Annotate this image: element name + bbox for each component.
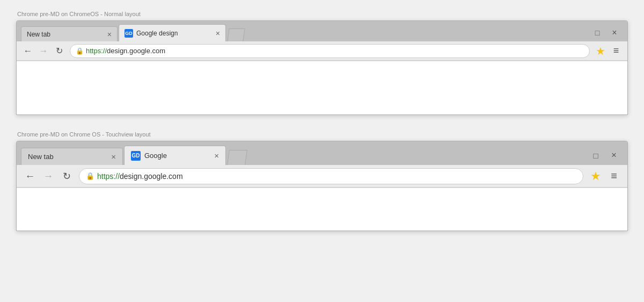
star-btn-normal[interactable]: ★ bbox=[594, 44, 608, 58]
url-https-normal: https:// bbox=[86, 47, 107, 55]
url-https-touch: https:// bbox=[97, 172, 120, 181]
back-btn-touch[interactable]: ← bbox=[22, 168, 38, 184]
tab-bar-touch: New tab × GD Google × □ × bbox=[17, 141, 627, 165]
browser-window-touch: New tab × GD Google × □ × ← → ↻ 🔒 https:… bbox=[16, 141, 628, 231]
tab-bar-normal: New tab × GD Google design × □ × bbox=[17, 21, 627, 41]
tab1-close-normal[interactable]: × bbox=[107, 31, 112, 38]
new-tab-btn-normal[interactable] bbox=[227, 28, 245, 41]
omnibox-touch[interactable]: 🔒 https://design.google.com bbox=[79, 168, 583, 184]
lock-icon-normal: 🔒 bbox=[76, 47, 84, 55]
url-domain-touch: design.google.com bbox=[120, 172, 183, 181]
tab2-close-normal[interactable]: × bbox=[216, 29, 220, 38]
tab-newtab-touch[interactable]: New tab × bbox=[21, 148, 123, 165]
tab2-close-touch[interactable]: × bbox=[214, 151, 219, 160]
url-domain-normal: design.google.com bbox=[107, 47, 165, 55]
reload-btn-normal[interactable]: ↻ bbox=[52, 44, 66, 58]
window-controls-normal: □ × bbox=[589, 25, 623, 41]
new-tab-btn-touch[interactable] bbox=[227, 150, 247, 165]
reload-btn-touch[interactable]: ↻ bbox=[58, 168, 75, 184]
tab2-favicon-normal: GD bbox=[125, 29, 133, 38]
tab1-label-normal: New tab bbox=[27, 31, 104, 38]
toolbar-normal: ← → ↻ 🔒 https://design.google.com ★ ≡ bbox=[17, 41, 627, 61]
tab-google-touch[interactable]: GD Google × bbox=[124, 146, 226, 165]
menu-btn-normal[interactable]: ≡ bbox=[609, 44, 623, 58]
lock-icon-touch: 🔒 bbox=[86, 172, 94, 180]
tab2-label-touch: Google bbox=[144, 152, 210, 160]
menu-btn-touch[interactable]: ≡ bbox=[606, 168, 622, 184]
content-area-normal bbox=[17, 61, 627, 114]
close-btn-touch[interactable]: × bbox=[605, 147, 623, 164]
toolbar-touch: ← → ↻ 🔒 https://design.google.com ★ ≡ bbox=[17, 165, 627, 188]
tab1-close-touch[interactable]: × bbox=[111, 152, 116, 161]
maximize-btn-normal[interactable]: □ bbox=[589, 25, 606, 40]
window-controls-touch: □ × bbox=[587, 147, 623, 165]
section-label-touch: Chrome pre-MD on Chrome OS - Touchview l… bbox=[17, 131, 628, 138]
tab-google-normal[interactable]: GD Google design × bbox=[119, 24, 226, 41]
forward-btn-touch[interactable]: → bbox=[40, 168, 56, 184]
browser-window-normal: New tab × GD Google design × □ × ← → ↻ 🔒… bbox=[16, 20, 628, 115]
omnibox-normal[interactable]: 🔒 https://design.google.com bbox=[70, 44, 590, 58]
close-btn-normal[interactable]: × bbox=[606, 25, 623, 40]
section-label-normal: Chrome pre-MD on ChromeOS - Normal layou… bbox=[17, 11, 628, 17]
tab1-label-touch: New tab bbox=[28, 153, 107, 161]
maximize-btn-touch[interactable]: □ bbox=[587, 147, 605, 164]
content-area-touch bbox=[17, 188, 627, 231]
forward-btn-normal[interactable]: → bbox=[36, 44, 50, 58]
tab2-label-normal: Google design bbox=[136, 30, 213, 37]
star-btn-touch[interactable]: ★ bbox=[588, 168, 604, 184]
back-btn-normal[interactable]: ← bbox=[21, 44, 35, 58]
tab2-favicon-touch: GD bbox=[131, 151, 141, 161]
tab-newtab-normal[interactable]: New tab × bbox=[21, 26, 118, 41]
